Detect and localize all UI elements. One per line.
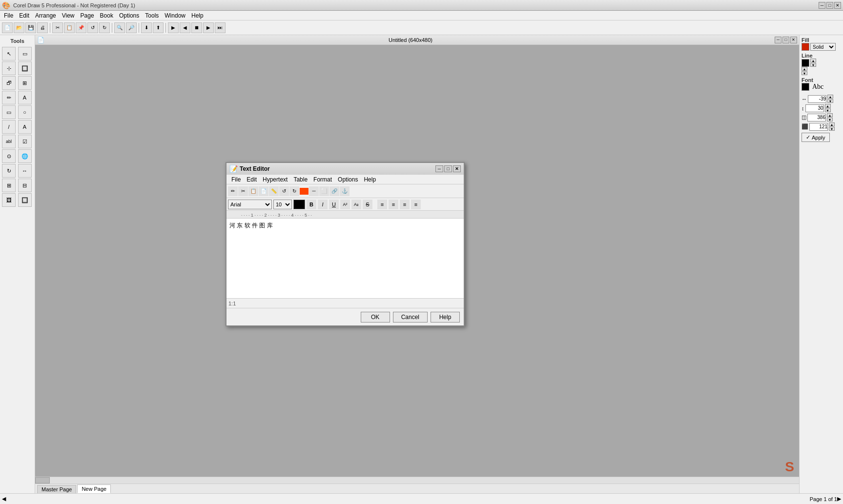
line-tool[interactable]: /	[2, 120, 16, 134]
check-tool[interactable]: ☑	[18, 135, 32, 148]
coord-y-input[interactable]	[805, 104, 824, 112]
coord-h-down[interactable]: ▼	[829, 127, 835, 131]
export-btn[interactable]: ⬆	[153, 22, 164, 33]
menu-file[interactable]: File	[1, 11, 16, 20]
anchor-tool-btn[interactable]: ⚓	[340, 186, 350, 196]
mirror-tool[interactable]: ↔	[18, 164, 32, 178]
align-right-btn[interactable]: ≡	[400, 200, 410, 209]
canvas-area[interactable]: 📄 Untitled (640x480) ─ □ ✕ 📝 Text Editor	[35, 35, 799, 493]
size-select[interactable]: 10	[273, 200, 292, 209]
frame-tool-btn[interactable]: ⬜	[319, 186, 329, 196]
link-tool-btn[interactable]: 🔗	[329, 186, 339, 196]
dialog-menu-hypertext[interactable]: Hypertext	[260, 175, 290, 184]
trim-tool[interactable]: ⊟	[18, 179, 32, 192]
dialog-menu-edit[interactable]: Edit	[244, 175, 260, 184]
menu-help[interactable]: Help	[188, 11, 206, 20]
coord-w-input[interactable]	[807, 114, 826, 121]
tab-master-page[interactable]: Master Page	[37, 485, 76, 493]
menu-tools[interactable]: Tools	[142, 11, 162, 20]
bold-btn[interactable]: B	[307, 200, 316, 209]
close-button[interactable]: ✕	[834, 2, 841, 9]
subscript-btn[interactable]: A₂	[351, 200, 361, 209]
italic-btn[interactable]: I	[318, 200, 328, 209]
pencil-tool[interactable]: ✏	[2, 91, 16, 104]
line-tool-btn[interactable]: ─	[309, 186, 319, 196]
text-editor-input[interactable]: 河 东 软 件 图 库	[226, 219, 464, 297]
rect-tool[interactable]: ▭	[2, 105, 16, 119]
underline-btn[interactable]: U	[329, 200, 339, 209]
menu-book[interactable]: Book	[97, 11, 116, 20]
cut-btn[interactable]: ✂	[52, 22, 63, 33]
color-tool-btn[interactable]	[300, 188, 308, 195]
play-btn[interactable]: ▶	[168, 22, 179, 33]
fill-type-select[interactable]: Solid	[810, 43, 836, 51]
shape-tool[interactable]: ▭	[18, 47, 32, 60]
ruler-tool-btn[interactable]: 📏	[269, 186, 279, 196]
line-width-up[interactable]: ▲	[802, 67, 807, 71]
cancel-button[interactable]: Cancel	[393, 312, 428, 323]
redo-tool-btn[interactable]: ↻	[289, 186, 299, 196]
horizontal-scrollbar[interactable]	[35, 477, 799, 484]
line-down-btn[interactable]: ▼	[810, 63, 816, 67]
weld-tool[interactable]: ⊞	[2, 179, 16, 192]
undo-btn[interactable]: ↺	[87, 22, 98, 33]
scroll-thumb[interactable]	[35, 477, 50, 484]
coord-w-down[interactable]: ▼	[827, 118, 833, 121]
text-tool[interactable]: A	[18, 91, 32, 104]
line-color-swatch[interactable]	[802, 59, 809, 67]
doc-max[interactable]: □	[782, 37, 789, 43]
fill-color-swatch[interactable]	[802, 43, 809, 51]
canvas-bg[interactable]: 📝 Text Editor ─ □ ✕ File Edit Hypertext …	[35, 45, 799, 493]
maximize-button[interactable]: □	[826, 2, 833, 9]
scroll-left-btn[interactable]: ◀	[2, 496, 6, 502]
fill-tool[interactable]: A	[18, 120, 32, 134]
copy-btn[interactable]: 📋	[64, 22, 75, 33]
coord-h-input[interactable]	[809, 123, 828, 131]
menu-edit[interactable]: Edit	[16, 11, 32, 20]
dialog-close-btn[interactable]: ✕	[453, 165, 461, 172]
menu-arrange[interactable]: Arrange	[32, 11, 59, 20]
scroll-right-btn[interactable]: ▶	[837, 496, 841, 502]
line-up-btn[interactable]: ▲	[810, 59, 816, 62]
doc-min[interactable]: ─	[775, 37, 781, 43]
zoom-tool[interactable]: 🗗	[2, 76, 16, 90]
print-btn[interactable]: 🖨	[37, 22, 48, 33]
strikethrough-btn[interactable]: S	[363, 200, 372, 209]
cut-tool-btn[interactable]: ✂	[238, 186, 248, 196]
import-btn[interactable]: ⬇	[141, 22, 152, 33]
menu-view[interactable]: View	[59, 11, 78, 20]
coord-x-down[interactable]: ▼	[827, 99, 833, 103]
align-center-btn[interactable]: ≡	[389, 200, 398, 209]
coord-y-down[interactable]: ▼	[825, 108, 831, 112]
apply-button[interactable]: ✓ Apply	[802, 133, 830, 142]
dialog-menu-help[interactable]: Help	[361, 175, 379, 184]
crop-tool[interactable]: ⊹	[2, 61, 16, 75]
ok-button[interactable]: OK	[361, 312, 390, 323]
new-btn[interactable]: 📄	[2, 22, 13, 33]
dialog-menu-table[interactable]: Table	[290, 175, 310, 184]
undo-tool-btn[interactable]: ↺	[279, 186, 289, 196]
paste-btn[interactable]: 📌	[76, 22, 86, 33]
globe-tool[interactable]: 🌐	[18, 149, 32, 163]
zoom-out[interactable]: 🔎	[126, 22, 137, 33]
menu-options[interactable]: Options	[116, 11, 142, 20]
abl-tool[interactable]: abl	[2, 135, 16, 148]
coord-x-input[interactable]	[808, 95, 826, 103]
pan-tool[interactable]: ⊞	[18, 76, 32, 90]
select-tool[interactable]: ↖	[2, 47, 16, 60]
line-width-down[interactable]: ▼	[802, 71, 807, 75]
circle-tool[interactable]: ○	[18, 105, 32, 119]
dialog-max-btn[interactable]: □	[444, 165, 452, 172]
align-left-btn[interactable]: ≡	[377, 200, 387, 209]
dialog-min-btn[interactable]: ─	[435, 165, 443, 172]
coord-w-up[interactable]: ▲	[827, 113, 833, 117]
rotate-tool[interactable]: ↻	[2, 164, 16, 178]
text-color-picker[interactable]	[293, 200, 305, 209]
doc-close[interactable]: ✕	[790, 37, 797, 43]
pencil-btn[interactable]: ✏	[228, 186, 238, 196]
menu-page[interactable]: Page	[78, 11, 97, 20]
dialog-menu-format[interactable]: Format	[310, 175, 335, 184]
symbol-tool[interactable]: ⊙	[2, 149, 16, 163]
next-btn[interactable]: ▶	[203, 22, 214, 33]
font-color-swatch[interactable]	[802, 83, 809, 91]
